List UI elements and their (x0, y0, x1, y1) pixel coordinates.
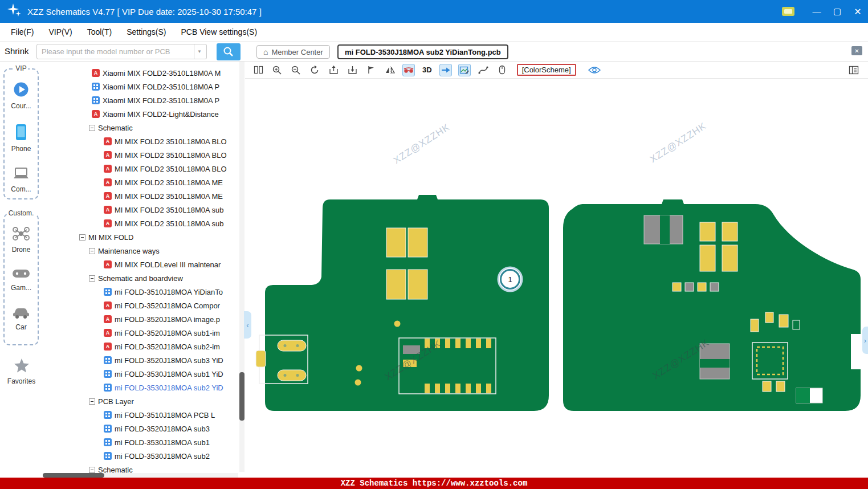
refresh-icon[interactable] (308, 64, 321, 76)
tree-item[interactable]: Maintenance ways (43, 244, 245, 258)
tree-item[interactable]: PCB Layer (43, 394, 245, 408)
scrollbar-thumb[interactable] (239, 372, 244, 421)
tree-item[interactable]: Xiaomi MIX FOLD2-3510L18M0A P (43, 93, 245, 107)
zoom-in-icon[interactable] (271, 64, 283, 76)
pcb-board-left[interactable]: XZZ@XZZHK (256, 195, 549, 411)
tree-vertical-scrollbar[interactable] (239, 62, 244, 472)
tree-item[interactable]: MI MIX FOLD2 3510L18M0A BLO (43, 135, 245, 148)
pdf-file-icon (92, 69, 100, 77)
tree-item[interactable]: mi FOLD-3520J18MOA sub2-im (43, 340, 245, 353)
sidebar-item-drone[interactable]: Drone (12, 226, 31, 254)
sidebar-item-computer[interactable]: Com... (11, 166, 31, 193)
tree-item[interactable]: mi FOLD-3530J18MOA sub1 (43, 435, 245, 449)
tree-item[interactable]: mi FOLD-3510J18MOA PCB L (43, 408, 245, 422)
collapse-left-panel-handle[interactable]: ‹ (244, 311, 251, 339)
split-view-icon[interactable] (252, 64, 264, 76)
menu-item-tool[interactable]: Tool(T) (80, 23, 120, 42)
tree-item[interactable]: mi FOLD-3530J18MOA sub2 (43, 449, 245, 463)
tree-collapse-icon[interactable] (89, 248, 95, 254)
sidebar-item-favorites[interactable]: Favorites (0, 358, 43, 385)
tree-item-label: MI MIX FOLD (88, 233, 133, 242)
visibility-eye-icon[interactable] (588, 64, 601, 76)
mirror-flip-icon[interactable] (384, 64, 396, 76)
custom-group-label: Custom. (7, 209, 36, 217)
close-panel-icon[interactable]: ✕ (851, 46, 862, 55)
diode-glasses-icon[interactable] (402, 64, 415, 76)
sidebar-item-game[interactable]: Gam... (11, 267, 31, 292)
tree-item[interactable]: Xiaomi MIX FOLD2-3510L18M0A P (43, 80, 245, 93)
pdf-file-icon (104, 219, 112, 227)
tree-item[interactable]: mi FOLD-3520J18MOA Compor (43, 299, 245, 312)
chevron-down-icon[interactable]: ▼ (194, 44, 206, 59)
colorscheme-button[interactable]: [ColorScheme] (517, 64, 576, 76)
star-icon (14, 358, 30, 376)
search-button[interactable] (217, 43, 241, 60)
export-top-icon[interactable] (327, 64, 340, 76)
tree-collapse-icon[interactable] (79, 234, 85, 241)
sidebar-item-label: Phone (11, 145, 31, 153)
search-icon (223, 46, 234, 58)
arrow-tool-icon[interactable] (439, 64, 452, 76)
tree-item[interactable]: Schematic and boardview (43, 271, 245, 285)
pcb-canvas[interactable]: XZZ@XZZHK XZZ@XZZHK (245, 79, 868, 478)
tree-collapse-icon[interactable] (89, 398, 95, 405)
sidebar-item-label: Drone (12, 246, 31, 254)
3d-view-button[interactable]: 3D (421, 66, 433, 74)
tree-item[interactable]: Xiaomi MIX FOLD2-3510L18M0A M (43, 66, 245, 80)
tree-item[interactable]: Schematic (43, 121, 245, 135)
tree-item[interactable]: mi FOLD-3530J18MOA sub1 YiD (43, 367, 245, 381)
tree-horizontal-scrollbar[interactable] (43, 473, 238, 478)
menu-item-pcb-view-settings[interactable]: PCB View settings(S) (173, 23, 264, 42)
sidebar-item-car[interactable]: Car (12, 305, 30, 331)
layers-panel-icon[interactable] (847, 64, 860, 76)
tree-item-label: MI MIX FOLDLevel III maintenar (115, 260, 221, 269)
tree-item[interactable]: Xiaomi MIX FOLD2-Light&Distance (43, 107, 245, 121)
mouse-icon[interactable] (496, 64, 508, 76)
tree-item[interactable]: MI MIX FOLD2 3510L18M0A sub (43, 217, 245, 230)
tree-item[interactable]: mi FOLD-3520J18MOA sub1-im (43, 326, 245, 340)
scrollbar-thumb[interactable] (43, 473, 104, 478)
collapse-right-panel-handle[interactable]: › (862, 327, 868, 354)
pcb-board-right[interactable]: XZZ@XZZHK (563, 199, 861, 411)
tree-item[interactable]: MI MIX FOLD (43, 230, 245, 244)
image-measure-icon[interactable] (458, 64, 471, 76)
pdf-file-icon (104, 151, 112, 159)
pin-flag-icon[interactable] (365, 64, 377, 76)
tab-member-center[interactable]: ⌂ Member Center (256, 45, 330, 59)
component-marker[interactable]: 1 (498, 267, 522, 291)
tree-item[interactable]: MI MIX FOLD2 3510L18M0A ME (43, 189, 245, 203)
menu-item-settings[interactable]: Settings(S) (119, 23, 173, 42)
sidebar-item-label: Car (15, 323, 26, 331)
curve-tool-icon[interactable] (477, 64, 490, 76)
tree-item[interactable]: mi FOLD-3520J18MOA image.p (43, 312, 245, 326)
tree-item[interactable]: mi FOLD-3520J18MOA sub3 (43, 422, 245, 435)
tree-item-selected[interactable]: mi FOLD-3530J18MOA sub2 YiD (43, 381, 245, 394)
tree-collapse-icon[interactable] (89, 125, 95, 131)
tree-item[interactable]: MI MIX FOLD2 3510L18M0A BLO (43, 162, 245, 176)
vip-badge-icon[interactable] (781, 6, 795, 17)
tree-item[interactable]: mi FOLD-3510J18MOA YiDianTo (43, 285, 245, 299)
tree-item-label: MI MIX FOLD2 3510L18M0A ME (115, 178, 223, 187)
sidebar-item-course[interactable]: Cour... (11, 81, 31, 110)
search-input[interactable] (37, 47, 194, 56)
tree-item[interactable]: MI MIX FOLDLevel III maintenar (43, 258, 245, 271)
maximize-button[interactable]: ▢ (827, 0, 847, 23)
export-bottom-icon[interactable] (346, 64, 358, 76)
close-button[interactable]: ✕ (847, 0, 868, 23)
shrink-button[interactable]: Shrink (5, 46, 29, 56)
sidebar-item-phone[interactable]: Phone (11, 124, 31, 153)
search-combobox[interactable]: ▼ (36, 44, 207, 59)
minimize-button[interactable]: — (806, 0, 827, 23)
tree-item[interactable]: MI MIX FOLD2 3510L18M0A ME (43, 176, 245, 189)
tree-collapse-icon[interactable] (89, 275, 95, 282)
tree-item[interactable]: mi FOLD-3520J18MOA sub3 YiD (43, 353, 245, 367)
tree-item[interactable]: MI MIX FOLD2 3510L18M0A sub (43, 203, 245, 217)
zoom-out-icon[interactable] (290, 64, 302, 76)
tree-collapse-icon[interactable] (89, 467, 95, 473)
tab-active-pcb[interactable]: mi FOLD-3530J18MOA sub2 YiDianTong.pcb (337, 44, 508, 59)
phone-icon (14, 124, 28, 143)
menu-item-vip[interactable]: VIP(V) (41, 23, 79, 42)
tree-item[interactable]: MI MIX FOLD2 3510L18M0A BLO (43, 148, 245, 162)
menu-item-file[interactable]: File(F) (3, 23, 41, 42)
tree-item-label: Xiaomi MIX FOLD2-Light&Distance (103, 110, 219, 119)
